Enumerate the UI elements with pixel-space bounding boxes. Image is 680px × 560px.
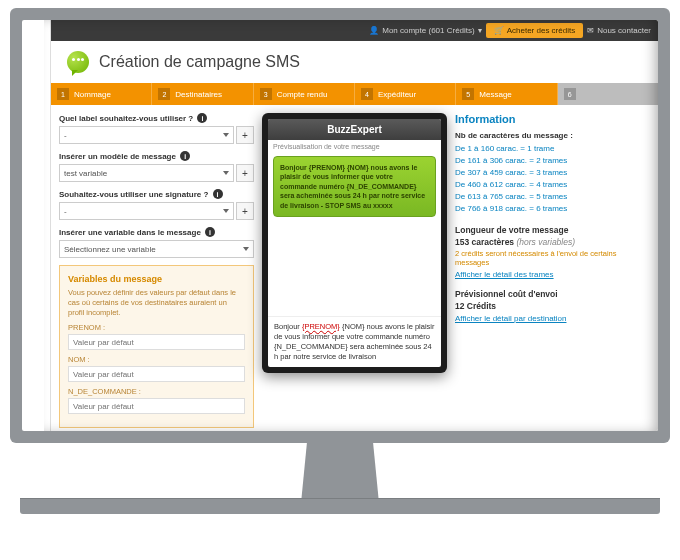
show-trames-link[interactable]: Afficher le détail des trames <box>455 270 630 279</box>
mail-icon: ✉ <box>587 26 594 35</box>
preview-column: BuzzExpert Prévisualisation de votre mes… <box>262 113 447 431</box>
sms-icon <box>67 51 89 73</box>
spellcheck-error: {PRENOM} <box>302 322 340 331</box>
chevron-down-icon <box>243 247 249 251</box>
var-nom-input[interactable] <box>68 366 245 382</box>
preview-label: Prévisualisation de votre message <box>268 140 441 153</box>
chevron-down-icon: ▾ <box>478 26 482 35</box>
model-question: Insérer un modèle de message i <box>59 151 254 161</box>
monitor-frame: 👤 Mon compte (601 Crédits) ▾ 🛒 Acheter d… <box>10 8 670 514</box>
variables-box: Variables du message Vous pouvez définir… <box>59 265 254 428</box>
trame-row: De 613 à 765 carac. = 5 trames <box>455 191 630 203</box>
page-title: Création de campagne SMS <box>99 53 300 71</box>
label-select[interactable]: - <box>59 126 234 144</box>
help-icon[interactable]: i <box>180 151 190 161</box>
contact-label: Nous contacter <box>597 26 651 35</box>
label-question: Quel label souhaitez-vous utiliser ? i <box>59 113 254 123</box>
sms-preview-bubble: Bonjour {PRENOM} {NOM} nous avons le pla… <box>273 156 436 217</box>
length-value: 153 caractères (hors variables) <box>455 237 630 247</box>
cart-icon: 🛒 <box>494 26 504 35</box>
var-prenom-input[interactable] <box>68 334 245 350</box>
variables-desc: Vous pouvez définir des valeurs par défa… <box>68 288 245 317</box>
step-expediteur[interactable]: 4Expéditeur <box>355 83 456 105</box>
var-nom-label: NOM : <box>68 355 245 364</box>
help-icon[interactable]: i <box>205 227 215 237</box>
model-select[interactable]: test variable <box>59 164 234 182</box>
phone-mockup: BuzzExpert Prévisualisation de votre mes… <box>262 113 447 373</box>
label-add-button[interactable]: + <box>236 126 254 144</box>
step-message[interactable]: 5Message <box>456 83 557 105</box>
chevron-down-icon <box>223 133 229 137</box>
phone-brand: BuzzExpert <box>268 119 441 140</box>
variables-title: Variables du message <box>68 274 245 284</box>
trame-row: De 1 à 160 carac. = 1 trame <box>455 143 630 155</box>
step-nommage[interactable]: 1Nommage <box>51 83 152 105</box>
topbar: 👤 Mon compte (601 Crédits) ▾ 🛒 Acheter d… <box>51 20 658 41</box>
trame-row: De 161 à 306 carac. = 2 trames <box>455 155 630 167</box>
help-icon[interactable]: i <box>197 113 207 123</box>
buy-credits-button[interactable]: 🛒 Acheter des crédits <box>486 23 583 38</box>
var-commande-label: N_DE_COMMANDE : <box>68 387 245 396</box>
show-destination-link[interactable]: Afficher le détail par destination <box>455 314 630 323</box>
char-count-title: Nb de caractères du message : <box>455 131 630 140</box>
credit-warning: 2 crédits seront nécessaires à l'envoi d… <box>455 249 630 267</box>
step-6[interactable]: 6 <box>558 83 658 105</box>
app-window: 👤 Mon compte (601 Crédits) ▾ 🛒 Acheter d… <box>50 20 658 431</box>
account-menu[interactable]: 👤 Mon compte (601 Crédits) ▾ <box>369 26 481 35</box>
screen-bezel: 👤 Mon compte (601 Crédits) ▾ 🛒 Acheter d… <box>10 8 670 443</box>
body: Quel label souhaitez-vous utiliser ? i -… <box>51 105 658 431</box>
step-bar: 1Nommage 2Destinataires 3Compte rendu 4E… <box>51 83 658 105</box>
trame-row: De 307 à 459 carac. = 3 trames <box>455 167 630 179</box>
step-destinataires[interactable]: 2Destinataires <box>152 83 253 105</box>
cost-value: 12 Crédits <box>455 301 630 311</box>
user-icon: 👤 <box>369 26 379 35</box>
info-column: Information Nb de caractères du message … <box>455 113 630 431</box>
signature-question: Souhaitez-vous utiliser une signature ? … <box>59 189 254 199</box>
message-raw-text: Bonjour {PRENOM} {NOM} nous avons le pla… <box>268 316 441 368</box>
chevron-down-icon <box>223 209 229 213</box>
account-label: Mon compte (601 Crédits) <box>382 26 474 35</box>
trame-row: De 766 à 918 carac. = 6 trames <box>455 203 630 215</box>
trame-row: De 460 à 612 carac. = 4 trames <box>455 179 630 191</box>
length-title: Longueur de votre message <box>455 225 630 235</box>
screen: 👤 Mon compte (601 Crédits) ▾ 🛒 Acheter d… <box>22 20 658 431</box>
form-column: Quel label souhaitez-vous utiliser ? i -… <box>59 113 254 431</box>
signature-add-button[interactable]: + <box>236 202 254 220</box>
signature-select[interactable]: - <box>59 202 234 220</box>
phone-screen: BuzzExpert Prévisualisation de votre mes… <box>268 119 441 367</box>
variable-question: Insérer une variable dans le message i <box>59 227 254 237</box>
step-compte-rendu[interactable]: 3Compte rendu <box>254 83 355 105</box>
chevron-down-icon <box>223 171 229 175</box>
trame-list: De 1 à 160 carac. = 1 trame De 161 à 306… <box>455 143 630 215</box>
page-header: Création de campagne SMS <box>51 41 658 83</box>
variable-select[interactable]: Sélectionnez une variable <box>59 240 254 258</box>
monitor-stand <box>285 442 395 498</box>
help-icon[interactable]: i <box>213 189 223 199</box>
var-commande-input[interactable] <box>68 398 245 414</box>
contact-link[interactable]: ✉ Nous contacter <box>587 26 651 35</box>
info-title: Information <box>455 113 630 125</box>
cost-title: Prévisionnel coût d'envoi <box>455 289 630 299</box>
monitor-base <box>20 498 660 514</box>
var-prenom-label: PRENOM : <box>68 323 245 332</box>
model-add-button[interactable]: + <box>236 164 254 182</box>
buy-credits-label: Acheter des crédits <box>507 26 575 35</box>
